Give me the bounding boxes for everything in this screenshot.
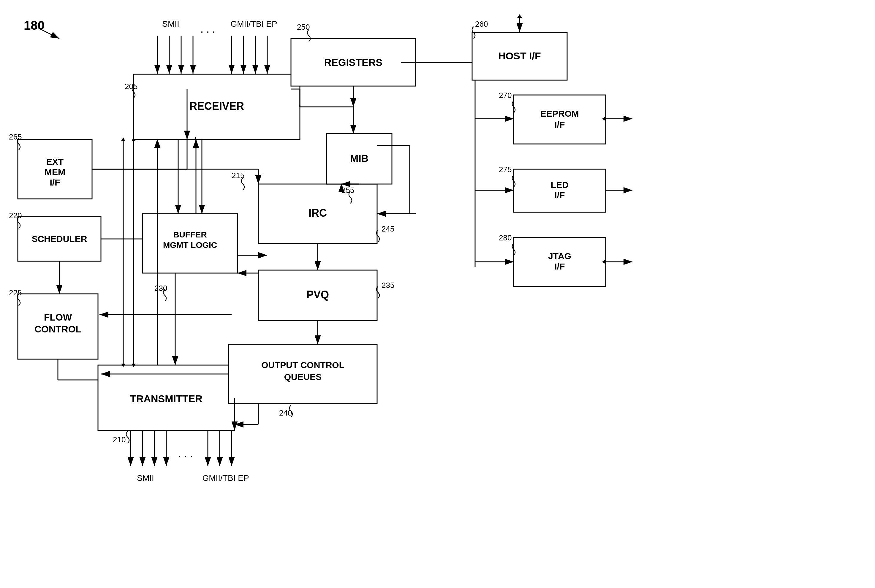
circuit-diagram: 180 RECEIVER . . . S	[0, 0, 875, 588]
output-control-label1: OUTPUT CONTROL	[261, 360, 344, 370]
smii-bottom-label: SMII	[137, 473, 154, 483]
ref-225: 225	[9, 288, 22, 297]
ref-220: 220	[9, 211, 22, 220]
ref-275: 275	[499, 165, 512, 174]
ref-210: 210	[113, 435, 126, 444]
buffer-mgmt-label2: MGMT LOGIC	[163, 240, 217, 250]
smii-top-label: SMII	[162, 19, 179, 28]
ref-245: 245	[381, 224, 394, 233]
ref-255: 255	[341, 186, 354, 195]
jtag-label2: I/F	[555, 261, 565, 271]
registers-label: REGISTERS	[324, 57, 383, 68]
flow-control-label1: FLOW	[44, 312, 72, 322]
ext-mem-label1: EXT	[46, 157, 63, 166]
ref-270: 270	[499, 91, 512, 100]
main-label: 180	[24, 18, 45, 32]
ext-mem-label3: I/F	[50, 177, 60, 187]
dots-top: . . .	[200, 23, 215, 35]
ext-mem-label2: MEM	[45, 167, 65, 177]
ref-230: 230	[155, 284, 167, 292]
scheduler-label: SCHEDULER	[32, 234, 87, 244]
ref-235: 235	[381, 281, 394, 290]
eeprom-label2: I/F	[555, 120, 565, 129]
diagram-container: 180 RECEIVER . . . S	[0, 0, 875, 588]
transmitter-label: TRANSMITTER	[130, 393, 203, 404]
ref-280: 280	[499, 233, 512, 242]
led-label2: I/F	[555, 190, 565, 200]
host-if-label: HOST I/F	[498, 50, 541, 62]
ref-265: 265	[9, 132, 22, 141]
dots-bottom: . . .	[178, 447, 193, 459]
ref-250: 250	[297, 22, 310, 32]
irc-label: IRC	[309, 207, 327, 219]
ref-260: 260	[475, 20, 488, 28]
flow-control-label2: CONTROL	[35, 324, 81, 334]
mib-label: MIB	[350, 153, 368, 164]
pvq-label: PVQ	[306, 288, 329, 301]
gmii-bottom-label: GMII/TBI EP	[202, 473, 249, 483]
ref-205: 205	[125, 82, 138, 91]
gmii-top-label: GMII/TBI EP	[230, 19, 277, 28]
buffer-mgmt-label1: BUFFER	[173, 230, 207, 239]
led-label1: LED	[551, 180, 569, 190]
receiver-label: RECEIVER	[189, 100, 244, 112]
output-control-label2: QUEUES	[284, 372, 322, 382]
jtag-label1: JTAG	[548, 251, 571, 261]
eeprom-label1: EEPROM	[540, 109, 579, 118]
